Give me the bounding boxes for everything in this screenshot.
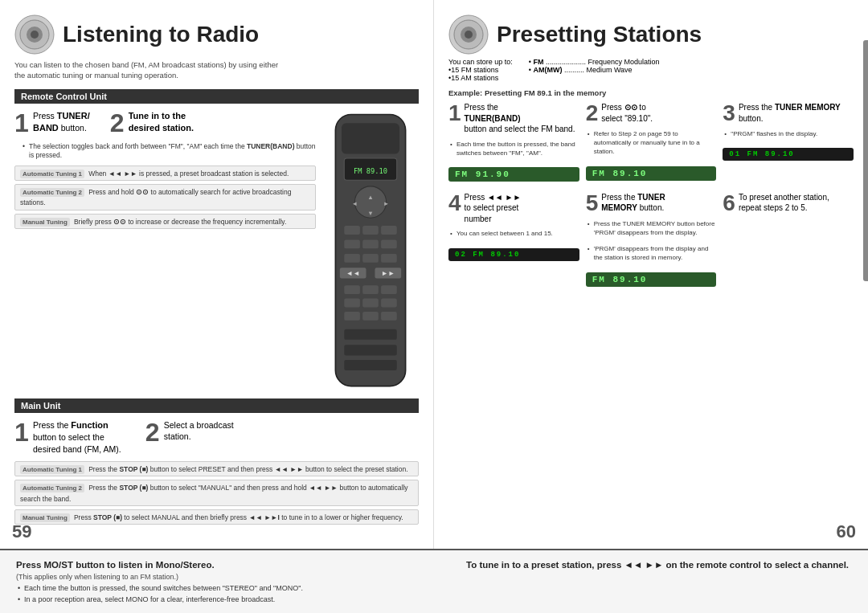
info-row: You can store up to: •15 FM stations •15… xyxy=(448,58,854,82)
main-step1-desc: button to select thedesired band (FM, AM… xyxy=(33,432,121,454)
preset-step2: 2 Press ⊙⊙ toselect "89.10". Refer to St… xyxy=(586,102,717,184)
pstep3-pre: Press the xyxy=(739,103,775,112)
preset-step1: 1 Press the TUNER(BAND) button and selec… xyxy=(448,102,579,184)
preset-step2-header: 2 Press ⊙⊙ toselect "89.10". xyxy=(586,102,717,125)
preset-steps-top: 1 Press the TUNER(BAND) button and selec… xyxy=(448,102,854,184)
svg-text:◄: ◄ xyxy=(352,199,358,206)
pstep5-note2: 'PRGM' disappears from the display and t… xyxy=(586,244,717,262)
svg-rect-34 xyxy=(381,311,397,320)
preset-step5-header: 5 Press the TUNERMEMORY button. xyxy=(586,192,717,215)
main-step1-number: 1 xyxy=(14,419,29,445)
remote-drawing-area: FM 89.10 ▲ ◄ ► ▼ xyxy=(322,110,419,392)
svg-rect-21 xyxy=(381,253,397,262)
main-step2-text: Select a broadcaststation. xyxy=(164,419,234,443)
footer-left: Press MO/ST button to listen in Mono/Ste… xyxy=(16,560,450,603)
svg-rect-13 xyxy=(344,226,360,235)
fm-desc-row: • FM .................... Frequency Modu… xyxy=(529,58,660,66)
left-title-area: Listening to Radio xyxy=(14,14,419,55)
step2-number: 2 xyxy=(110,110,125,136)
pstep1-suf: button and select the FM band. xyxy=(465,125,575,133)
step2-text: Tune in to thedesired station. xyxy=(129,110,194,135)
main-auto-tuning1-box: Automatic Tuning 1 Press the STOP (■) bu… xyxy=(14,461,419,476)
svg-point-3 xyxy=(31,31,39,39)
example-label: Example: Presetting FM 89.1 in the memor… xyxy=(448,88,854,97)
footer: Press MO/ST button to listen in Mono/Ste… xyxy=(0,549,868,613)
pstep4-note: You can select between 1 and 15. xyxy=(448,229,579,238)
step2-bold: Tune in to thedesired station. xyxy=(129,111,194,133)
pstep1-text: Press the TUNER(BAND) button and select … xyxy=(465,102,575,135)
am-stations: •15 AM stations xyxy=(448,74,498,82)
preset-step4: 4 Press ◄◄ ►►to select presetnumber You … xyxy=(448,192,579,289)
svg-text:►: ► xyxy=(383,199,390,206)
pstep2-num: 2 xyxy=(586,102,599,125)
pstep1-pre: Press the xyxy=(465,103,498,112)
svg-rect-28 xyxy=(381,285,397,294)
pstep5-note1: Press the TUNER MEMORY button before 'PR… xyxy=(586,219,717,237)
auto-tuning1-box: Automatic Tuning 1 When ◄◄ ►► is pressed… xyxy=(14,166,316,181)
svg-rect-26 xyxy=(344,285,360,294)
am-desc-row: • AM(MW) .......... Medium Wave xyxy=(529,66,660,74)
svg-rect-31 xyxy=(381,298,397,307)
am-desc: Medium Wave xyxy=(586,66,632,74)
pstep2-display: FM 89.10 xyxy=(586,166,717,181)
footer-left-sub: (This applies only when listening to an … xyxy=(16,573,434,581)
main-step2-number: 2 xyxy=(145,419,160,445)
svg-rect-17 xyxy=(362,239,379,248)
pstep3-display: 01 FM 89.10 xyxy=(723,148,854,161)
main-auto1-label: Automatic Tuning 1 xyxy=(20,465,84,474)
svg-rect-5 xyxy=(342,123,399,153)
pstep1-note: Each time the button is pressed, the ban… xyxy=(448,140,579,157)
pstep2-pre: Press xyxy=(601,103,624,112)
pstep3-bold: TUNER MEMORY xyxy=(775,103,841,112)
right-title-area: Presetting Stations xyxy=(448,14,854,55)
preset-step3: 3 Press the TUNER MEMORY button. "PRGM" … xyxy=(723,102,854,184)
footer-left-main-row: Press MO/ST button to listen in Mono/Ste… xyxy=(16,560,434,570)
pstep2-text: Press ⊙⊙ toselect "89.10". xyxy=(601,102,653,124)
svg-rect-29 xyxy=(344,298,360,307)
manual-tuning-desc: Briefly press ⊙⊙ to increase or decrease… xyxy=(74,218,286,226)
pstep3-suf: button. xyxy=(739,114,764,123)
main-step2-desc: Select a broadcaststation. xyxy=(164,420,234,442)
pstep2-note: Refer to Step 2 on page 59 to automatica… xyxy=(586,129,717,157)
svg-rect-14 xyxy=(362,226,379,235)
preset-step3-header: 3 Press the TUNER MEMORY button. xyxy=(723,102,854,125)
main-step1: 1 Press the Function button to select th… xyxy=(14,419,121,456)
remote-step1: 1 Press TUNER/BAND button. xyxy=(14,110,90,136)
pstep6-desc: To preset another station, repeat steps … xyxy=(739,193,829,213)
main-auto-tuning2-box: Automatic Tuning 2 Press the STOP (■) bu… xyxy=(14,480,419,505)
svg-rect-20 xyxy=(362,253,379,262)
remote-left-content: 1 Press TUNER/BAND button. 2 Tune in to … xyxy=(14,110,316,392)
svg-rect-30 xyxy=(362,298,379,307)
main-steps-row: 1 Press the Function button to select th… xyxy=(14,419,419,456)
main-unit-header: Main Unit xyxy=(14,398,419,413)
auto-tuning2-label: Automatic Tuning 2 xyxy=(20,188,84,197)
left-page: Listening to Radio You can listen to the… xyxy=(0,0,434,549)
svg-text:▲: ▲ xyxy=(367,194,374,201)
preset-step6: 6 To preset another station, repeat step… xyxy=(723,192,854,289)
pstep5-num: 5 xyxy=(586,192,599,215)
right-page: Presetting Stations You can store up to:… xyxy=(434,0,868,549)
svg-rect-33 xyxy=(362,311,379,320)
pstep4-text: Press ◄◄ ►►to select presetnumber xyxy=(465,192,522,225)
pstep1-num: 1 xyxy=(448,102,461,125)
svg-text:◄◄: ◄◄ xyxy=(346,269,360,277)
main-manual-tuning-box: Manual Tuning Press STOP (■) to select M… xyxy=(14,509,419,525)
pstep5-text: Press the TUNERMEMORY button. xyxy=(601,192,665,214)
footer-right-main: To tune in to a preset station, press ◄◄… xyxy=(466,560,852,570)
pstep3-text: Press the TUNER MEMORY button. xyxy=(739,102,854,124)
svg-rect-35 xyxy=(344,329,396,339)
footer-left-bullet2: In a poor reception area, select MONO fo… xyxy=(16,595,434,603)
preset-step1-header: 1 Press the TUNER(BAND) button and selec… xyxy=(448,102,579,135)
main-step1-text: Press the Function button to select thed… xyxy=(33,419,121,456)
remote-control-svg: FM 89.10 ▲ ◄ ► ▼ xyxy=(322,110,419,390)
svg-point-41 xyxy=(465,31,473,39)
step1-suffix: button. xyxy=(59,123,87,133)
pstep6-num: 6 xyxy=(723,192,735,215)
svg-rect-15 xyxy=(381,226,397,235)
pstep3-note: "PRGM" flashes in the display. xyxy=(723,129,854,138)
main-unit-section: Main Unit 1 Press the Function button to… xyxy=(14,398,419,525)
svg-rect-36 xyxy=(344,345,396,355)
speaker-icon xyxy=(14,14,55,55)
manual-tuning-label: Manual Tuning xyxy=(20,218,70,227)
footer-left-bullet1: Each time the button is pressed, the sou… xyxy=(16,584,434,592)
